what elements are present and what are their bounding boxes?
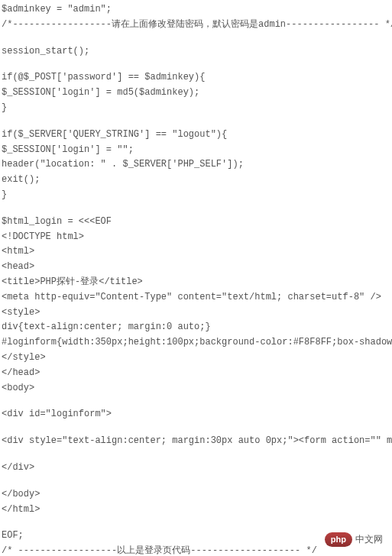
code-line [2,450,390,459]
code-line: <style> [2,306,390,319]
code-line: <body> [2,382,390,395]
code-line: div{text-align:center; margin:0 auto;} [2,321,390,334]
code-line: } [2,102,390,115]
code-line: #loginform{width:350px;height:100px;back… [2,336,390,349]
code-line [2,518,390,527]
watermark-pill: php [325,532,352,547]
code-line: <div style="text-align:center; margin:30… [2,435,390,448]
code-line [2,117,390,126]
code-line: <div id="loginform"> [2,408,390,421]
code-line: </style> [2,351,390,364]
code-line: <html> [2,245,390,258]
code-line: </body> [2,488,390,501]
code-line: </div> [2,461,390,474]
code-line: if(@$_POST['password'] == $adminkey){ [2,71,390,84]
code-line [2,477,390,486]
code-line [2,60,390,69]
code-line: $adminkey = "admin"; [2,3,390,16]
code-line: $html_login = <<<EOF [2,215,390,228]
code-line: <head> [2,260,390,273]
code-line: <meta http-equiv="Content-Type" content=… [2,291,390,304]
code-line: } [2,189,390,202]
code-line: /*------------------请在上面修改登陆密码，默认密码是admi… [2,18,390,31]
code-line [2,396,390,406]
code-line: if($_SERVER['QUERY_STRING'] == "logout")… [2,128,390,141]
code-line [2,34,390,43]
code-line [2,423,390,432]
watermark: php 中文网 [325,532,383,547]
code-line: </head> [2,367,390,380]
code-line: $_SESSION['login'] = ""; [2,144,390,157]
code-line: header("location: " . $_SERVER['PHP_SELF… [2,158,390,171]
code-block: $adminkey = "admin";/*------------------… [2,3,390,556]
code-line [2,204,390,213]
watermark-text: 中文网 [355,533,383,546]
code-line: <!DOCTYPE html> [2,231,390,244]
code-line: </html> [2,503,390,516]
code-line: <title>PHP探针-登录</title> [2,276,390,289]
code-line: exit(); [2,173,390,186]
code-line: $_SESSION['login'] = md5($adminkey); [2,86,390,99]
code-line: session_start(); [2,45,390,58]
